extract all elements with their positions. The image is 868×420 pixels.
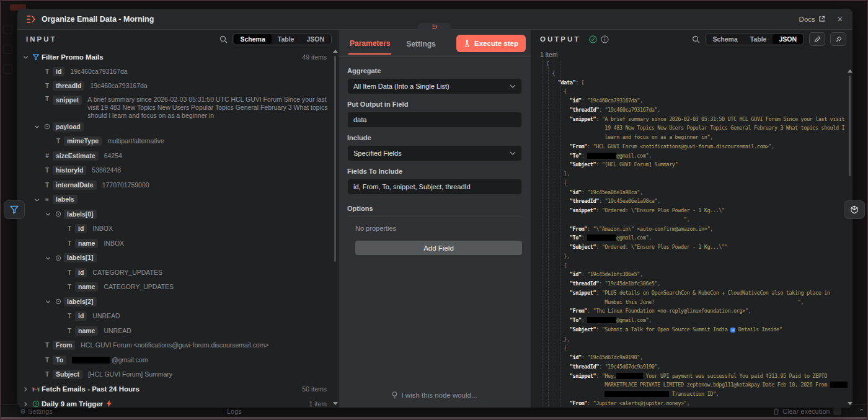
chevron-down-icon[interactable]	[43, 212, 53, 217]
json-code-line: "threadId": "19c460ca793167da",	[546, 105, 852, 115]
tab-json[interactable]: JSON	[773, 34, 803, 44]
chevron-right-icon[interactable]	[21, 386, 30, 392]
pin-data-button[interactable]	[830, 32, 846, 46]
tab-schema[interactable]: Schema	[234, 34, 271, 44]
tree-row[interactable]: TTo@gmail.com	[17, 353, 338, 368]
chevron-right-icon[interactable]	[21, 401, 30, 407]
sidebar-rail-icon[interactable]	[3, 65, 12, 74]
bug-report-icon[interactable]	[833, 407, 841, 415]
chevron-down-icon[interactable]	[32, 197, 42, 203]
tree-row[interactable]: labels[1]	[17, 251, 338, 266]
text-type-icon: T	[42, 371, 53, 378]
output-scrollbar[interactable]	[847, 69, 852, 405]
clear-execution-button[interactable]: Clear execution	[773, 408, 830, 415]
tree-row[interactable]: labels[2]	[17, 295, 338, 310]
tree-key: id	[75, 268, 87, 277]
tree-row[interactable]: Tid19c460ca793167da	[17, 65, 338, 79]
text-type-icon: T	[64, 313, 75, 319]
tree-value: INBOX	[104, 239, 124, 248]
edit-output-button[interactable]	[809, 32, 825, 46]
tree-row[interactable]: ≡labels	[17, 192, 338, 207]
tree-row[interactable]: TmimeTypemultipart/alternative	[17, 134, 338, 149]
app-screen: ⚙ Settings Logs Clear execution ⌃ Organi…	[0, 0, 868, 420]
info-icon[interactable]	[601, 35, 609, 43]
tree-row[interactable]: Fetch Emails - Past 24 Hours50 items	[17, 382, 338, 397]
tree-row[interactable]: TidUNREAD	[17, 309, 338, 324]
canvas-settings-link[interactable]: ⚙ Settings	[20, 408, 53, 416]
tree-key: threadId	[53, 81, 84, 91]
tree-row[interactable]: TthreadId19c460ca793167da	[17, 79, 338, 94]
input-scrollbar[interactable]	[332, 50, 337, 405]
aggregate-node-icon	[26, 15, 36, 24]
tree-row[interactable]: TidCATEGORY_UPDATES	[17, 266, 338, 280]
tree-row[interactable]: #sizeEstimate64254	[17, 149, 338, 164]
upstream-node-filter[interactable]	[4, 200, 25, 219]
tree-row[interactable]: TnameCATEGORY_UPDATES	[17, 280, 338, 295]
chevron-up-icon[interactable]: ⌃	[859, 408, 864, 416]
tree-row[interactable]: ThistoryId53862448	[17, 163, 338, 178]
json-code-line: {	[546, 261, 852, 270]
chevron-down-icon[interactable]	[43, 256, 53, 261]
items-count-badge: 49 items	[296, 53, 334, 61]
scroll-up-icon[interactable]	[333, 50, 338, 53]
tree-value: 53862448	[92, 166, 121, 174]
tree-row[interactable]: TnameINBOX	[17, 236, 338, 251]
tree-row[interactable]: TsnippetA brief summary since 2026-02-03…	[17, 94, 338, 120]
output-panel: OUTPUT Schema Table JSON	[531, 30, 852, 408]
scroll-up-icon[interactable]	[848, 69, 852, 73]
tree-key: payload	[53, 122, 84, 132]
json-code-line: "threadId": "19c45d67dc9a9190",	[546, 362, 852, 372]
sidebar-rail-icon[interactable]	[3, 25, 12, 34]
node-drag-handle[interactable]	[418, 23, 451, 30]
pencil-icon	[814, 36, 821, 43]
tree-row[interactable]: TnameUNREAD	[17, 324, 338, 339]
chevron-down-icon[interactable]	[32, 124, 42, 130]
scroll-down-icon[interactable]	[333, 402, 338, 405]
tab-json[interactable]: JSON	[300, 34, 330, 44]
search-icon[interactable]	[692, 35, 700, 43]
items-count-badge: 50 items	[296, 385, 334, 393]
tab-table[interactable]: Table	[744, 34, 773, 44]
options-empty-text: No properties	[355, 225, 522, 232]
downstream-node-openai[interactable]	[844, 200, 865, 219]
tab-schema[interactable]: Schema	[706, 34, 743, 44]
object-type-icon	[42, 123, 53, 130]
tree-row[interactable]: TinternalDate1770701759000	[17, 178, 338, 193]
tree-row[interactable]: Daily 9 am Trigger1 item	[17, 396, 338, 408]
tree-row[interactable]: TidINBOX	[17, 221, 338, 236]
tree-row[interactable]: TSubject[HCL GUVI Forum] Summary	[17, 367, 338, 382]
tree-key: labels[2]	[64, 297, 97, 306]
chevron-down-icon[interactable]	[43, 299, 53, 305]
tree-value: 19c460ca793167da	[90, 82, 147, 90]
scroll-down-icon[interactable]	[848, 402, 852, 405]
fields-to-include-input[interactable]	[347, 179, 522, 195]
tab-table[interactable]: Table	[272, 34, 301, 44]
chevron-down-icon[interactable]	[21, 55, 30, 60]
sidebar-rail-icon[interactable]	[3, 45, 12, 54]
tree-row[interactable]: TFromHCL GUVI Forum <notifications@guvi-…	[17, 338, 338, 353]
tree-key: labels[0]	[64, 210, 97, 219]
aggregate-select[interactable]: All Item Data (Into a Single List)	[347, 78, 522, 94]
fields-to-include-label: Fields To Include	[347, 168, 522, 175]
execute-step-button[interactable]: Execute step	[456, 35, 526, 52]
tab-settings[interactable]: Settings	[405, 37, 436, 54]
tree-row[interactable]: labels[0]	[17, 207, 338, 222]
node-feedback-link[interactable]: I wish this node would...	[339, 385, 531, 408]
tree-key: name	[75, 239, 98, 248]
tree-value: [HCL GUVI Forum] Summary	[88, 370, 172, 378]
json-code-line: },	[546, 169, 852, 179]
tab-parameters[interactable]: Parameters	[348, 37, 391, 55]
tree-value: 1770701759000	[102, 181, 149, 189]
list-type-icon: ≡	[42, 196, 53, 203]
logs-tab[interactable]: Logs	[227, 408, 242, 415]
tree-row[interactable]: payload	[17, 120, 338, 135]
close-icon[interactable]: ×	[836, 14, 844, 24]
search-icon[interactable]	[219, 35, 228, 43]
put-output-field-input[interactable]	[347, 112, 522, 128]
include-select[interactable]: Specified Fields	[347, 145, 522, 161]
tree-row[interactable]: Filter Promo Mails49 items	[17, 50, 338, 65]
input-title: INPUT	[26, 35, 57, 43]
docs-link[interactable]: Docs	[799, 16, 825, 23]
add-field-button[interactable]: Add Field	[355, 241, 522, 255]
tree-key: To	[53, 355, 66, 365]
